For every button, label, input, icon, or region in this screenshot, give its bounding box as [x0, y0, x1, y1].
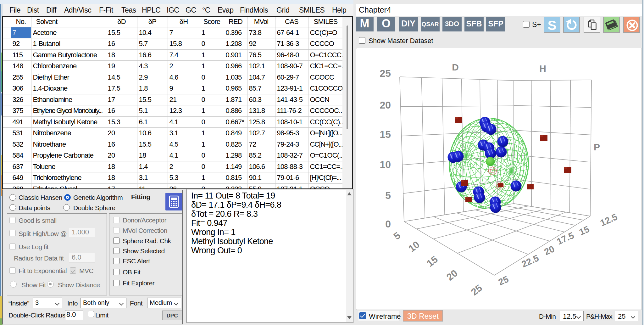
svg-text:25: 25	[469, 282, 484, 298]
svg-text:10: 10	[380, 159, 391, 170]
svg-text:H: H	[539, 63, 546, 74]
svg-text:5: 5	[391, 230, 402, 242]
svg-text:5: 5	[385, 190, 391, 201]
svg-text:D: D	[452, 62, 459, 72]
svg-text:20: 20	[444, 267, 460, 283]
svg-text:12.5: 12.5	[599, 212, 619, 228]
svg-text:20: 20	[543, 244, 556, 257]
svg-text:P: P	[594, 142, 600, 152]
svg-text:20: 20	[380, 99, 391, 111]
svg-text:0: 0	[385, 218, 391, 230]
svg-text:25: 25	[380, 68, 391, 79]
svg-text:10: 10	[406, 239, 422, 254]
svg-text:25: 25	[497, 274, 510, 287]
svg-text:17.5: 17.5	[555, 230, 576, 247]
svg-text:15: 15	[380, 129, 391, 140]
svg-text:15: 15	[425, 254, 440, 269]
svg-text:22.5: 22.5	[520, 253, 541, 269]
svg-text:15: 15	[578, 224, 591, 237]
